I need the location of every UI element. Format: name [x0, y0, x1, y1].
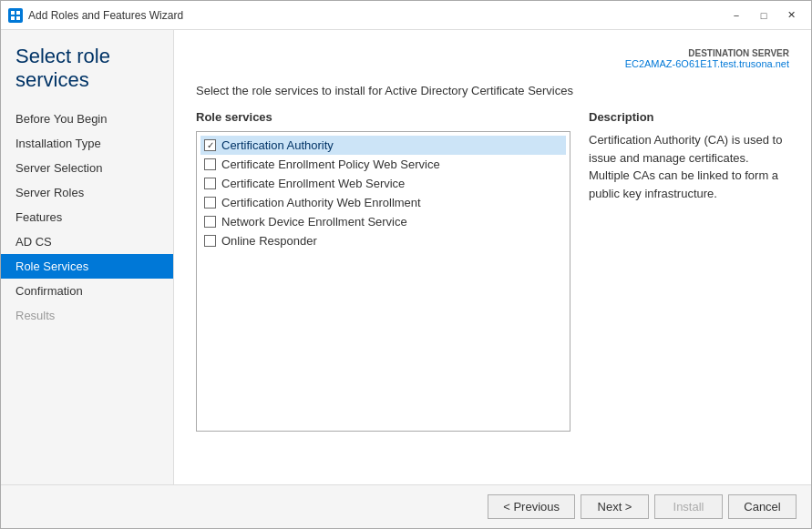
svg-rect-2	[11, 16, 15, 20]
service-label-0: Certification Authority	[221, 138, 334, 152]
window-title: Add Roles and Features Wizard	[28, 9, 183, 22]
service-checkbox-1[interactable]	[204, 158, 216, 170]
list-item[interactable]: ✓ Certification Authority	[200, 136, 566, 155]
service-checkbox-4[interactable]	[204, 216, 216, 228]
dest-server-label: DESTINATION SERVER	[196, 48, 789, 58]
service-checkbox-2[interactable]	[204, 178, 216, 189]
title-bar-left: Add Roles and Features Wizard	[8, 8, 183, 23]
two-column-layout: Role services ✓ Certification Authority …	[196, 110, 789, 466]
maximize-button[interactable]: □	[751, 5, 776, 25]
next-button[interactable]: Next >	[581, 494, 649, 519]
page-title-area: Select role services	[1, 45, 173, 107]
list-item[interactable]: Certificate Enrollment Web Service	[200, 174, 566, 193]
service-label-1: Certificate Enrollment Policy Web Servic…	[221, 158, 440, 171]
svg-rect-0	[11, 11, 15, 15]
sidebar-nav: Before You Begin Installation Type Serve…	[1, 107, 173, 470]
list-item[interactable]: Certification Authority Web Enrollment	[200, 193, 566, 212]
description-panel: Description Certification Authority (CA)…	[589, 110, 789, 466]
close-button[interactable]: ✕	[778, 5, 804, 25]
role-services-heading: Role services	[196, 110, 570, 124]
install-button[interactable]: Install	[654, 494, 723, 519]
sidebar-item-features[interactable]: Features	[1, 205, 173, 229]
sidebar-item-results: Results	[1, 303, 173, 328]
svg-rect-3	[16, 16, 20, 20]
description-heading: Description	[589, 110, 789, 124]
minimize-button[interactable]: −	[724, 5, 749, 25]
service-checkbox-0[interactable]: ✓	[204, 139, 216, 151]
service-label-5: Online Responder	[221, 234, 317, 248]
page-title: Select role services	[15, 45, 159, 92]
service-label-3: Certification Authority Web Enrollment	[221, 196, 421, 209]
service-checkbox-3[interactable]	[204, 197, 216, 209]
cancel-button[interactable]: Cancel	[728, 494, 797, 519]
wizard-window: Add Roles and Features Wizard − □ ✕ Sele…	[0, 0, 812, 529]
sidebar-item-before-you-begin[interactable]: Before You Begin	[1, 107, 173, 131]
sidebar-item-ad-cs[interactable]: AD CS	[1, 229, 173, 254]
service-label-2: Certificate Enrollment Web Service	[221, 177, 405, 190]
svg-rect-1	[16, 11, 20, 15]
main-content: DESTINATION SERVER EC2AMAZ-6O61E1T.test.…	[174, 30, 811, 484]
window-controls: − □ ✕	[724, 5, 804, 25]
sidebar-item-role-services[interactable]: Role Services	[1, 254, 173, 279]
list-item[interactable]: Certificate Enrollment Policy Web Servic…	[200, 155, 566, 174]
sidebar-item-server-selection[interactable]: Server Selection	[1, 156, 173, 180]
content-area: Select role services Before You Begin In…	[1, 30, 811, 484]
previous-button[interactable]: < Previous	[488, 494, 575, 519]
service-checkbox-5[interactable]	[204, 235, 216, 247]
footer: < Previous Next > Install Cancel	[1, 484, 811, 528]
app-icon	[8, 8, 23, 23]
service-label-4: Network Device Enrollment Service	[221, 215, 407, 229]
sidebar: Select role services Before You Begin In…	[1, 30, 174, 484]
intro-text: Select the role services to install for …	[196, 84, 789, 97]
sidebar-item-server-roles[interactable]: Server Roles	[1, 180, 173, 205]
sidebar-item-installation-type[interactable]: Installation Type	[1, 131, 173, 156]
list-item[interactable]: Online Responder	[200, 231, 566, 250]
dest-server-name: EC2AMAZ-6O61E1T.test.trusona.net	[196, 58, 789, 69]
services-list-box[interactable]: ✓ Certification Authority Certificate En…	[196, 131, 570, 432]
sidebar-item-confirmation[interactable]: Confirmation	[1, 279, 173, 303]
role-services-panel: Role services ✓ Certification Authority …	[196, 110, 570, 466]
destination-server-info: DESTINATION SERVER EC2AMAZ-6O61E1T.test.…	[196, 48, 789, 69]
title-bar: Add Roles and Features Wizard − □ ✕	[1, 1, 811, 30]
description-text: Certification Authority (CA) is used to …	[589, 131, 789, 202]
list-item[interactable]: Network Device Enrollment Service	[200, 212, 566, 231]
